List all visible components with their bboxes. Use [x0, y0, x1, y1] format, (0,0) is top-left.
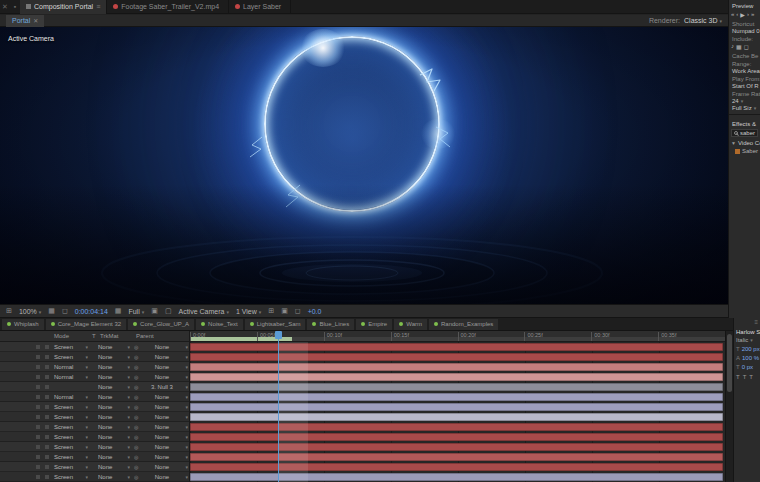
layer-parent-select[interactable]: None — [134, 343, 188, 351]
layer-trkmat-select[interactable]: None — [98, 473, 130, 481]
layer-switch-icon[interactable] — [45, 425, 49, 429]
timeline-scrollbar-thumb[interactable] — [727, 334, 732, 392]
layer-switch-icon[interactable] — [36, 375, 40, 379]
layer-duration-bar[interactable] — [190, 463, 723, 471]
layer-duration-bar[interactable] — [190, 423, 723, 431]
panel-close-icon[interactable]: ✕ — [0, 3, 10, 11]
play-from-select[interactable]: Start Of R — [729, 82, 760, 89]
layer-trkmat-select[interactable]: None — [98, 403, 130, 411]
trkmat-column-header[interactable]: TrkMat — [100, 333, 118, 339]
range-select[interactable]: Work Area — [729, 67, 760, 74]
layer-parent-select[interactable]: None — [134, 443, 188, 451]
effects-item-saber[interactable]: Saber — [729, 146, 760, 154]
timeline-comp-tab[interactable]: Blue_Lines — [307, 319, 354, 330]
close-icon[interactable]: ✕ — [33, 17, 38, 24]
layer-mode-select[interactable]: Screen — [54, 413, 88, 421]
channels-icon[interactable]: ▣ — [281, 307, 288, 315]
magnification-select[interactable]: 100% — [19, 308, 41, 315]
panel-tab[interactable]: Footage Saber_Trailer_V2.mp4 — [107, 0, 229, 14]
timeline-comp-tab[interactable]: Lightsaber_Sam — [245, 319, 306, 330]
snapshot-icon[interactable]: ⊞ — [6, 307, 12, 315]
layer-duration-bar[interactable] — [190, 443, 723, 451]
timeline-graph-pane[interactable]: 0:00f00:05f00:10f00:15f00:20f00:25f00:30… — [190, 331, 725, 482]
layer-switch-icon[interactable] — [36, 445, 40, 449]
timeline-comp-tab[interactable]: Empire — [356, 319, 392, 330]
layer-trkmat-select[interactable]: None — [98, 363, 130, 371]
layer-trkmat-select[interactable]: None — [98, 393, 130, 401]
current-time-display[interactable]: 0:00:04:14 — [75, 308, 108, 315]
playhead-line[interactable] — [278, 331, 279, 482]
layer-switch-icon[interactable] — [36, 465, 40, 469]
timeline-comp-tab[interactable]: Core_Glow_UP_A — [128, 319, 194, 330]
layer-switch-icon[interactable] — [36, 475, 40, 479]
layer-trkmat-select[interactable]: None — [98, 343, 130, 351]
layer-switch-icon[interactable] — [45, 375, 49, 379]
layer-mode-select[interactable]: Screen — [54, 403, 88, 411]
fast-preview-icon[interactable]: ◻ — [295, 307, 301, 315]
preview-size-select[interactable]: Full Siz — [729, 104, 760, 111]
layer-trkmat-select[interactable]: None — [98, 443, 130, 451]
panel-tab[interactable]: Composition Portal ≡ — [20, 0, 107, 14]
layer-mode-select[interactable]: Normal — [54, 373, 88, 381]
layer-mode-select[interactable]: Screen — [54, 343, 88, 351]
timeline-comp-tab[interactable]: Warm — [394, 319, 427, 330]
transparency-grid-icon[interactable]: ▣ — [151, 307, 158, 315]
layer-mode-select[interactable]: Normal — [54, 363, 88, 371]
panel-tab[interactable]: Layer Saber — [229, 0, 291, 14]
frame-rate-select[interactable]: 24 — [729, 97, 760, 104]
layer-duration-bar[interactable] — [190, 363, 723, 371]
layer-trkmat-select[interactable]: None — [98, 463, 130, 471]
layer-parent-select[interactable]: None — [134, 353, 188, 361]
camera-select[interactable]: Active Camera — [179, 308, 229, 315]
layer-trkmat-select[interactable]: None — [98, 423, 130, 431]
layer-trkmat-select[interactable]: None — [98, 373, 130, 381]
layer-trkmat-select[interactable]: None — [98, 433, 130, 441]
include-channels-icon[interactable]: ◻ — [744, 43, 749, 50]
ruler-grid-icon[interactable]: ▦ — [48, 307, 55, 315]
effects-search-box[interactable]: saber — [731, 129, 758, 137]
font-family-select[interactable]: Harlow So — [734, 326, 760, 335]
layer-switch-icon[interactable] — [36, 345, 40, 349]
timeline-comp-tab[interactable]: Core_Mage Element 32 — [46, 319, 126, 330]
layer-duration-bar[interactable] — [190, 383, 723, 391]
time-ruler[interactable]: 0:00f00:05f00:10f00:15f00:20f00:25f00:30… — [190, 331, 725, 342]
layer-switch-icon[interactable] — [36, 415, 40, 419]
faux-bold-icon[interactable]: T — [736, 374, 740, 380]
layer-parent-select[interactable]: 3. Null 3 — [134, 383, 188, 391]
layer-parent-select[interactable]: None — [134, 393, 188, 401]
layer-switch-icon[interactable] — [36, 355, 40, 359]
layer-trkmat-select[interactable]: None — [98, 383, 130, 391]
layer-duration-bar[interactable] — [190, 343, 723, 351]
layer-parent-select[interactable]: None — [134, 403, 188, 411]
layer-mode-select[interactable]: Screen — [54, 473, 88, 481]
layer-duration-bar[interactable] — [190, 403, 723, 411]
layer-parent-select[interactable]: None — [134, 363, 188, 371]
layer-parent-select[interactable]: None — [134, 373, 188, 381]
layer-parent-select[interactable]: None — [134, 413, 188, 421]
layer-switch-icon[interactable] — [36, 385, 40, 389]
playhead-handle[interactable] — [275, 331, 282, 339]
layer-parent-select[interactable]: None — [134, 473, 188, 481]
first-frame-icon[interactable]: « — [731, 11, 734, 18]
layer-trkmat-select[interactable]: None — [98, 453, 130, 461]
layer-mode-select[interactable]: Screen — [54, 463, 88, 471]
layer-mode-select[interactable]: Screen — [54, 433, 88, 441]
layer-duration-bar[interactable] — [190, 473, 723, 481]
mode-column-header[interactable]: Mode — [54, 333, 69, 339]
layer-duration-bar[interactable] — [190, 353, 723, 361]
layer-parent-select[interactable]: None — [134, 423, 188, 431]
layer-mode-select[interactable]: Screen — [54, 423, 88, 431]
layer-mode-select[interactable]: Screen — [54, 443, 88, 451]
renderer-value-button[interactable]: Classic 3D — [684, 17, 722, 24]
resolution-select[interactable]: Full — [128, 308, 144, 315]
comp-tab-portal[interactable]: Portal ✕ — [6, 15, 44, 27]
layer-switch-icon[interactable] — [45, 455, 49, 459]
include-overlays-icon[interactable]: ▦ — [736, 43, 742, 50]
view-layout-select[interactable]: 1 View — [236, 308, 261, 315]
composition-viewport[interactable]: Active Camera — [0, 27, 728, 304]
effects-group-video-copilot[interactable]: ▼ Video Co — [729, 138, 760, 146]
prev-frame-icon[interactable]: ‹ — [736, 11, 738, 18]
layer-switch-icon[interactable] — [36, 365, 40, 369]
timeline-comp-tab[interactable]: Whiplash — [2, 319, 44, 330]
layer-switch-icon[interactable] — [45, 475, 49, 479]
